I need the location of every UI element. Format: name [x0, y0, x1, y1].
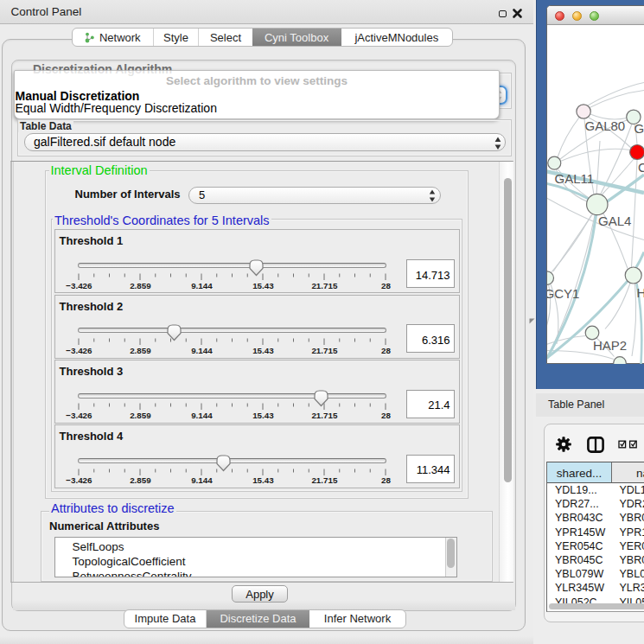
- svg-text:GAL80: GAL80: [585, 118, 626, 133]
- svg-text:GA: GA: [634, 121, 644, 136]
- svg-text:GAL11: GAL11: [555, 171, 595, 186]
- svg-text:HAP2: HAP2: [593, 338, 627, 353]
- svg-text:C: C: [638, 160, 644, 175]
- svg-text:GCY1: GCY1: [547, 286, 579, 301]
- svg-text:HM: HM: [637, 285, 644, 300]
- svg-text:GAL4: GAL4: [598, 214, 631, 228]
